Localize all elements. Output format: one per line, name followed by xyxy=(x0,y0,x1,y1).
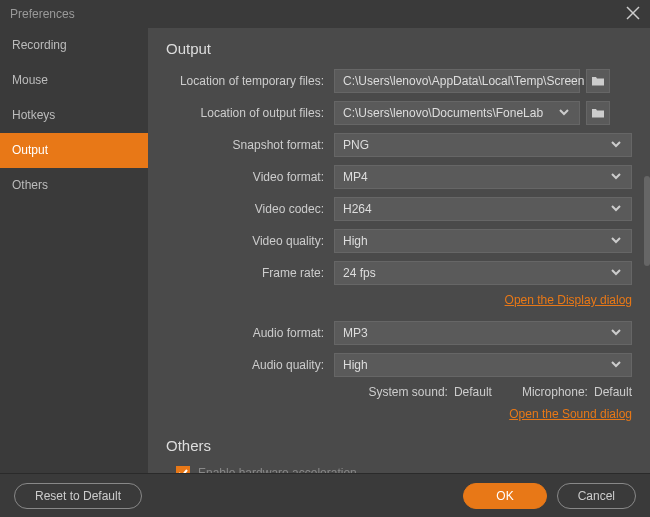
video-format-label: Video format: xyxy=(166,170,334,184)
display-dialog-link[interactable]: Open the Display dialog xyxy=(505,293,632,307)
video-quality-value: High xyxy=(343,234,368,248)
temp-files-browse-button[interactable] xyxy=(586,69,610,93)
video-format-select[interactable]: MP4 xyxy=(334,165,632,189)
audio-format-value: MP3 xyxy=(343,326,368,340)
video-format-value: MP4 xyxy=(343,170,368,184)
chevron-down-icon xyxy=(609,357,623,374)
footer: Reset to Default OK Cancel xyxy=(0,473,650,517)
snapshot-format-select[interactable]: PNG xyxy=(334,133,632,157)
audio-quality-label: Audio quality: xyxy=(166,358,334,372)
sidebar: Recording Mouse Hotkeys Output Others xyxy=(0,28,148,473)
chevron-down-icon xyxy=(609,137,623,154)
chevron-down-icon xyxy=(557,105,571,122)
chevron-down-icon xyxy=(609,201,623,218)
snapshot-format-label: Snapshot format: xyxy=(166,138,334,152)
others-section-title: Others xyxy=(166,437,632,454)
audio-format-select[interactable]: MP3 xyxy=(334,321,632,345)
chevron-down-icon xyxy=(609,265,623,282)
microphone-value: Default xyxy=(594,385,632,399)
scrollbar-thumb[interactable] xyxy=(644,176,650,266)
frame-rate-value: 24 fps xyxy=(343,266,376,280)
video-quality-label: Video quality: xyxy=(166,234,334,248)
titlebar: Preferences xyxy=(0,0,650,28)
temp-files-label: Location of temporary files: xyxy=(166,74,334,88)
audio-quality-select[interactable]: High xyxy=(334,353,632,377)
hw-accel-label: Enable hardware acceleration xyxy=(198,466,357,473)
audio-format-label: Audio format: xyxy=(166,326,334,340)
audio-status-row: System sound:Default Microphone:Default xyxy=(166,385,632,399)
window-title: Preferences xyxy=(10,7,75,21)
sidebar-item-output[interactable]: Output xyxy=(0,133,148,168)
cancel-button[interactable]: Cancel xyxy=(557,483,636,509)
output-files-select[interactable]: C:\Users\lenovo\Documents\FoneLab xyxy=(334,101,580,125)
system-sound-label: System sound: xyxy=(369,385,448,399)
folder-icon xyxy=(591,107,605,119)
sidebar-item-hotkeys[interactable]: Hotkeys xyxy=(0,98,148,133)
chevron-down-icon xyxy=(609,169,623,186)
output-files-browse-button[interactable] xyxy=(586,101,610,125)
reset-button[interactable]: Reset to Default xyxy=(14,483,142,509)
video-quality-select[interactable]: High xyxy=(334,229,632,253)
frame-rate-label: Frame rate: xyxy=(166,266,334,280)
check-icon xyxy=(178,468,188,473)
temp-files-select[interactable]: C:\Users\lenovo\AppData\Local\Temp\Scree… xyxy=(334,69,580,93)
system-sound-value: Default xyxy=(454,385,492,399)
temp-files-value: C:\Users\lenovo\AppData\Local\Temp\Scree… xyxy=(343,74,584,88)
video-codec-label: Video codec: xyxy=(166,202,334,216)
sound-dialog-link[interactable]: Open the Sound dialog xyxy=(509,407,632,421)
chevron-down-icon xyxy=(609,233,623,250)
output-section-title: Output xyxy=(166,40,632,57)
sidebar-item-recording[interactable]: Recording xyxy=(0,28,148,63)
snapshot-format-value: PNG xyxy=(343,138,369,152)
output-files-label: Location of output files: xyxy=(166,106,334,120)
microphone-label: Microphone: xyxy=(522,385,588,399)
folder-icon xyxy=(591,75,605,87)
sidebar-item-others[interactable]: Others xyxy=(0,168,148,203)
output-files-value: C:\Users\lenovo\Documents\FoneLab xyxy=(343,106,543,120)
video-codec-select[interactable]: H264 xyxy=(334,197,632,221)
chevron-down-icon xyxy=(609,325,623,342)
ok-button[interactable]: OK xyxy=(463,483,546,509)
audio-quality-value: High xyxy=(343,358,368,372)
hw-accel-checkbox[interactable] xyxy=(176,466,190,473)
close-icon[interactable] xyxy=(626,6,640,23)
content-panel: Output Location of temporary files: C:\U… xyxy=(148,28,650,473)
sidebar-item-mouse[interactable]: Mouse xyxy=(0,63,148,98)
video-codec-value: H264 xyxy=(343,202,372,216)
frame-rate-select[interactable]: 24 fps xyxy=(334,261,632,285)
